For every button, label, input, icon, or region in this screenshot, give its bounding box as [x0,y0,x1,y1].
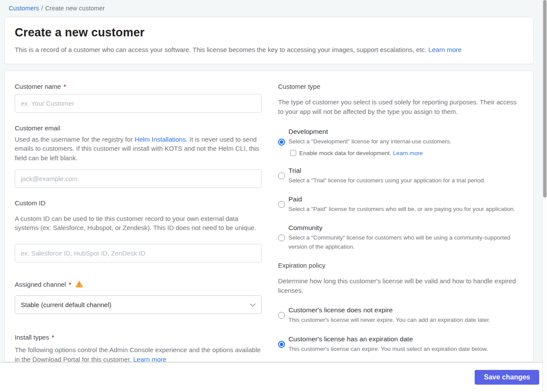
option-text: Paid Select a "Paid" license for custome… [288,195,519,214]
assigned-channel-label: Assigned channel * [15,280,262,288]
customer-name-label-text: Customer name [15,83,61,90]
radio-development[interactable] [278,139,285,146]
option-title-development: Development [288,128,519,136]
install-types-group: Install types * The following options co… [15,334,262,362]
assigned-channel-select[interactable]: Stable (current default channel) [15,295,262,314]
custom-id-label: Custom ID [15,199,262,207]
customer-email-label-text: Customer email [15,124,60,132]
customer-email-group: Customer email Used as the username for … [15,124,262,188]
breadcrumb-current: Create new customer [45,5,105,12]
assigned-channel-select-wrap: Stable (current default channel) [15,295,262,314]
custom-id-label-text: Custom ID [15,199,45,207]
footer-save-bar: Save changes [0,362,547,392]
radio-community[interactable] [278,234,285,241]
header-learn-more-link[interactable]: Learn more [428,46,462,53]
warning-icon [75,281,83,289]
option-text: Development Select a "Development" licen… [288,128,519,156]
customer-name-label: Customer name * [15,83,262,90]
breadcrumb-customers-link[interactable]: Customers [9,5,39,12]
form-right-column: Customer type The type of customer you s… [278,83,519,362]
option-title-paid: Paid [288,195,519,203]
required-asterisk: * [68,281,71,288]
expiration-policy-intro: Determine how long this customer's licen… [278,276,519,295]
radio-license-does-not-expire[interactable] [278,312,285,319]
required-asterisk: * [52,334,54,341]
create-customer-form: Customer name * Customer email Used as t… [4,71,534,362]
customer-email-input[interactable] [15,169,262,188]
expiration-option-no-expire: Customer's license does not expire This … [278,306,519,324]
mock-data-learn-more-link[interactable]: Learn more [393,150,423,156]
install-types-label-text: Install types [15,334,49,341]
option-desc-trial: Select a "Trial" license for customers u… [288,176,519,185]
radio-paid[interactable] [278,201,285,208]
required-asterisk: * [64,83,66,90]
install-types-learn-more-link[interactable]: Learn more [133,356,166,362]
customer-name-input[interactable] [15,94,262,113]
customer-type-intro: The type of customer you select is used … [278,97,519,117]
custom-id-input[interactable] [15,244,262,262]
header-card: Create a new customer This is a record o… [4,17,534,64]
assigned-channel-label-text: Assigned channel [15,281,66,288]
email-help-before: Used as the username for the registry fo… [15,136,135,143]
mock-data-label-text: Enable mock data for development. [299,150,393,156]
assigned-channel-group: Assigned channel * Stable (current defau… [15,280,262,314]
customer-type-option-trial: Trial Select a "Trial" license for custo… [278,167,519,185]
customer-email-label: Customer email [15,124,262,132]
custom-id-help: A custom ID can be used to tie this cust… [15,214,262,233]
radio-license-has-expiration[interactable] [278,341,285,348]
vertical-scrollbar-track[interactable] [542,0,547,392]
expiration-option-has-date: Customer's license has an expiration dat… [278,335,519,353]
breadcrumb: Customers/Create new customer [0,0,547,17]
option-desc-paid: Select a "Paid" license for customers wh… [288,205,519,214]
option-desc-community: Select a "Community" license for custome… [288,233,519,251]
customer-type-option-paid: Paid Select a "Paid" license for custome… [278,195,519,214]
option-title-has-date: Customer's license has an expiration dat… [288,335,519,343]
mock-data-row: Enable mock data for development. Learn … [290,150,519,156]
customer-name-group: Customer name * [15,83,262,113]
header-description-text: This is a record of a customer who can a… [15,46,428,53]
option-desc-no-expire: This customer's license will never expir… [288,316,519,324]
option-text: Customer's license does not expire This … [288,306,519,324]
helm-installations-link[interactable]: Helm Installations [135,136,186,143]
customer-type-option-development: Development Select a "Development" licen… [278,128,519,156]
header-description: This is a record of a customer who can a… [15,46,523,53]
option-text: Trial Select a "Trial" license for custo… [288,167,519,185]
radio-trial[interactable] [278,172,285,179]
option-text: Community Select a "Community" license f… [288,224,519,251]
install-types-help: The following options control the Admin … [15,345,262,362]
option-title-community: Community [288,224,519,232]
form-left-column: Customer name * Customer email Used as t… [15,83,262,362]
page-title: Create a new customer [15,26,523,39]
expiration-policy-heading: Expiration policy [278,262,519,269]
customer-type-option-community: Community Select a "Community" license f… [278,224,519,251]
mock-data-checkbox[interactable] [290,150,296,156]
option-desc-development: Select a "Development" license for any i… [288,137,519,146]
option-title-trial: Trial [288,167,519,175]
custom-id-group: Custom ID A custom ID can be used to tie… [15,199,262,263]
vertical-scrollbar-thumb[interactable] [543,0,547,198]
option-text: Customer's license has an expiration dat… [288,335,519,353]
save-button[interactable]: Save changes [475,370,539,385]
customer-type-heading: Customer type [278,83,519,90]
customer-email-help: Used as the username for the registry fo… [15,135,262,162]
breadcrumb-separator: / [41,5,43,12]
option-title-no-expire: Customer's license does not expire [288,306,519,314]
mock-data-label: Enable mock data for development. Learn … [299,150,423,156]
option-desc-has-date: This customer's license can expire. You … [288,345,519,353]
install-types-label: Install types * [15,334,262,341]
